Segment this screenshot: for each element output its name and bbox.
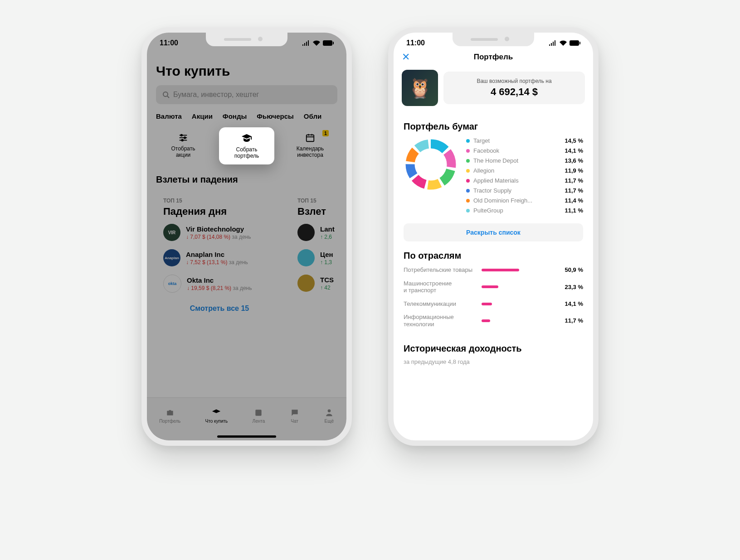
industry-row: Телекоммуникации14,1 % bbox=[404, 300, 583, 308]
legend-row[interactable]: Old Dominion Freigh...11,4 % bbox=[466, 197, 583, 204]
stock-row[interactable]: Anaplan Anaplan Inc ↓ 7,52 $ (13,1 %) за… bbox=[163, 249, 276, 266]
industry-row: Потребительские товары50,9 % bbox=[404, 266, 583, 274]
section-portfolio: Портфель бумаг bbox=[404, 121, 583, 132]
legend-row[interactable]: Target14,5 % bbox=[466, 137, 583, 144]
hero-value: 4 692,14 $ bbox=[451, 86, 578, 98]
industry-name: Телекоммуникации bbox=[404, 300, 476, 308]
stock-row[interactable]: TCS ↑ 42 bbox=[297, 275, 346, 292]
tab-more[interactable]: Ещё bbox=[324, 408, 334, 424]
stock-name: Anaplan Inc bbox=[186, 251, 276, 258]
legend-name: Facebook bbox=[473, 147, 561, 154]
tab-portfolio[interactable]: Портфель bbox=[159, 408, 180, 424]
modal-title: Портфель bbox=[474, 53, 513, 62]
tab-buy[interactable]: Что купить bbox=[205, 408, 228, 424]
tab-feed[interactable]: Лента bbox=[253, 408, 265, 424]
card-top-label: ТОП 15 bbox=[297, 198, 346, 204]
chart-legend: Target14,5 %Facebook14,1 %The Home Depot… bbox=[466, 137, 583, 217]
tab-chat[interactable]: Чат bbox=[290, 408, 300, 424]
status-time: 11:00 bbox=[160, 39, 178, 47]
stock-avatar bbox=[297, 224, 315, 241]
stock-row[interactable]: okta Okta Inc ↓ 19,59 $ (8,21 %) за день bbox=[163, 275, 276, 293]
stock-name: Цен bbox=[320, 251, 346, 258]
stock-name: Vir Biotechnology bbox=[186, 225, 276, 233]
stock-row[interactable]: VIR Vir Biotechnology ↓ 7,07 $ (14,08 %)… bbox=[163, 224, 276, 241]
industry-value: 11,7 % bbox=[560, 317, 583, 324]
industry-name: Машиностроение и транспорт bbox=[404, 280, 476, 294]
cellular-icon bbox=[549, 40, 557, 46]
legend-value: 11,7 % bbox=[565, 177, 583, 184]
legend-name: The Home Depot bbox=[473, 157, 561, 164]
quick-label: Календарь инвестора bbox=[297, 145, 324, 158]
status-time: 11:00 bbox=[406, 39, 425, 47]
quick-calendar[interactable]: 1 Календарь инвестора bbox=[282, 127, 338, 164]
card-falls[interactable]: ТОП 15 Падения дня VIR Vir Biotechnology… bbox=[156, 190, 283, 323]
legend-dot bbox=[466, 139, 470, 143]
legend-row[interactable]: Allegion11,9 % bbox=[466, 167, 583, 174]
chat-icon bbox=[290, 408, 300, 417]
legend-row[interactable]: PulteGroup11,1 % bbox=[466, 207, 583, 214]
notch bbox=[453, 33, 534, 46]
wifi-icon bbox=[560, 40, 567, 46]
svg-point-8 bbox=[184, 137, 186, 139]
stock-change: ↑ 2,6 bbox=[320, 234, 346, 240]
stock-row[interactable]: Цен ↑ 1,3 bbox=[297, 249, 346, 266]
industry-bar bbox=[482, 303, 555, 305]
modal-header: ✕ Портфель bbox=[394, 47, 593, 66]
legend-row[interactable]: The Home Depot13,6 % bbox=[466, 157, 583, 164]
card-top-label: ТОП 15 bbox=[163, 198, 276, 204]
legend-row[interactable]: Facebook14,1 % bbox=[466, 147, 583, 154]
svg-point-15 bbox=[327, 410, 331, 413]
industry-row: Машиностроение и транспорт23,3 % bbox=[404, 280, 583, 294]
svg-rect-16 bbox=[570, 40, 579, 46]
status-icons bbox=[549, 40, 580, 46]
stock-change: ↓ 19,59 $ (8,21 %) bbox=[187, 285, 231, 291]
legend-dot bbox=[466, 169, 470, 173]
card-rises[interactable]: ТОП 15 Взлет Lant ↑ 2,6 Цен ↑ 1,3 bbox=[290, 190, 346, 323]
legend-row[interactable]: Tractor Supply11,7 % bbox=[466, 187, 583, 194]
chip[interactable]: Фьючерсы bbox=[257, 112, 294, 120]
quick-filter-stocks[interactable]: Отобрать акции bbox=[156, 127, 211, 164]
stock-change: ↓ 7,07 $ (14,08 %) bbox=[186, 234, 230, 240]
quick-label: Собрать портфель bbox=[234, 146, 259, 159]
portfolio-value-box: Ваш возможный портфель на 4 692,14 $ bbox=[443, 72, 585, 104]
view-all-link[interactable]: Смотреть все 15 bbox=[163, 301, 276, 316]
briefcase-icon bbox=[165, 408, 175, 417]
stock-row[interactable]: Lant ↑ 2,6 bbox=[297, 224, 346, 241]
close-button[interactable]: ✕ bbox=[402, 51, 410, 63]
legend-value: 11,7 % bbox=[565, 187, 583, 194]
stock-avatar: okta bbox=[163, 275, 181, 293]
category-chips: Валюта Акции Фонды Фьючерсы Обли bbox=[156, 112, 337, 120]
expand-list-button[interactable]: Раскрыть список bbox=[404, 223, 583, 241]
chip[interactable]: Акции bbox=[192, 112, 213, 120]
card-title: Взлет bbox=[297, 206, 346, 217]
page-title: Что купить bbox=[156, 63, 337, 79]
industry-name: Информационные технологии bbox=[404, 314, 476, 328]
legend-value: 14,5 % bbox=[565, 137, 583, 144]
stock-name: Okta Inc bbox=[187, 276, 276, 284]
chip[interactable]: Фонды bbox=[223, 112, 247, 120]
wifi-icon bbox=[313, 40, 320, 46]
phone-right: 11:00 ✕ Портфель Ваш возможный портфель … bbox=[388, 27, 599, 446]
stock-name: TCS bbox=[320, 276, 346, 284]
section-industries: По отраслям bbox=[404, 251, 583, 261]
section-history: Историческая доходность bbox=[404, 343, 583, 354]
industry-bar bbox=[482, 269, 555, 271]
search-input[interactable]: Бумага, инвестор, хештег bbox=[156, 85, 337, 104]
svg-rect-0 bbox=[323, 40, 332, 46]
stock-change: ↑ 42 bbox=[320, 285, 346, 291]
section-ups-downs: Взлеты и падения bbox=[156, 174, 337, 185]
industry-bar bbox=[482, 319, 555, 322]
svg-rect-17 bbox=[579, 42, 580, 44]
stock-avatar bbox=[297, 275, 315, 292]
legend-row[interactable]: Applied Materials11,7 % bbox=[466, 177, 583, 184]
stock-change: ↓ 7,52 $ (13,1 %) bbox=[186, 259, 227, 266]
chip[interactable]: Обли bbox=[304, 112, 321, 120]
quick-build-portfolio[interactable]: Собрать портфель bbox=[219, 127, 274, 164]
cellular-icon bbox=[302, 40, 310, 46]
donut-chart bbox=[404, 137, 458, 192]
chip[interactable]: Валюта bbox=[156, 112, 182, 120]
svg-rect-14 bbox=[256, 410, 262, 415]
legend-name: Old Dominion Freigh... bbox=[473, 197, 561, 204]
battery-icon bbox=[323, 40, 334, 46]
person-icon bbox=[324, 408, 334, 417]
